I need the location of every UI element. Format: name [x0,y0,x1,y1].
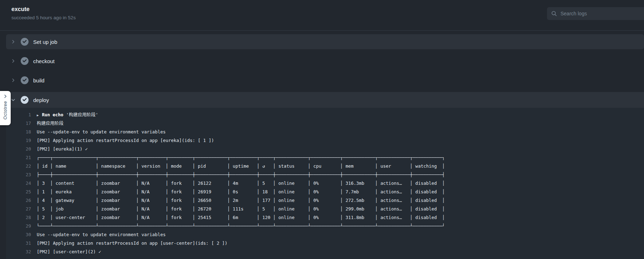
chevron-down-icon[interactable] [10,97,16,103]
log-line-number[interactable]: 27 [6,205,31,213]
step-build[interactable]: build [6,73,644,88]
log-line-text: ├────┼────────────────┼──────────────┼──… [37,171,445,179]
step-checkout[interactable]: checkout [6,54,644,68]
log-line: 1▶Run echo '构建应用阶段' [6,111,644,119]
log-line-text: Use --update-env to update environment v… [37,230,166,239]
search-icon [551,11,557,16]
step-label: checkout [33,58,55,64]
log-line-text: │ 1 │ eureka │ zoombar │ N/A │ fork │ 26… [37,188,445,196]
log-line-number[interactable]: 19 [6,136,31,145]
check-circle-icon [21,96,29,104]
log-line: 26│ 4 │ gateway │ zoombar │ N/A │ fork │… [6,196,644,205]
log-line: 22│ id │ name │ namespace │ version │ mo… [6,162,644,171]
step-label: Set up job [33,39,57,45]
log-line: 28│ 2 │ user-center │ zoombar │ N/A │ fo… [6,213,644,222]
log-line-number[interactable]: 20 [6,145,31,153]
step-label: build [33,77,45,83]
log-line-text: [PM2] [eureka](1) ✓ [37,145,88,153]
octotree-tab[interactable]: Octotree [0,91,11,125]
search-logs-box[interactable] [547,7,644,20]
log-line-text: 构建应用阶段 [37,119,64,128]
steps-list: Set up job checkout build [0,31,644,259]
log-line-number[interactable]: 23 [6,171,31,179]
step-set-up-job[interactable]: Set up job [6,34,644,49]
log-line-number[interactable]: 32 [6,248,31,256]
log-line-text: [PM2] Applying action restartProcessId o… [37,239,227,248]
log-line-text: │ 4 │ gateway │ zoombar │ N/A │ fork │ 2… [37,196,445,205]
check-circle-icon [21,38,29,46]
check-circle-icon [21,76,29,84]
log-viewer: 1▶Run echo '构建应用阶段'17构建应用阶段18Use --updat… [6,108,644,259]
run-title: excute [11,6,633,12]
log-line: 17构建应用阶段 [6,119,644,128]
log-line: 25│ 1 │ eureka │ zoombar │ N/A │ fork │ … [6,188,644,196]
log-line-text: │ 3 │ content │ zoombar │ N/A │ fork │ 2… [37,179,445,188]
chevron-right-icon[interactable] [10,39,16,45]
log-line-text: └────┴────────────────┴──────────────┴──… [37,222,445,230]
log-line-number[interactable]: 22 [6,162,31,171]
chevron-right-icon[interactable] [3,94,7,98]
log-line: 23├────┼────────────────┼──────────────┼… [6,171,644,179]
log-line-number[interactable]: 31 [6,239,31,248]
log-line: 20[PM2] [eureka](1) ✓ [6,145,644,153]
log-line: 30Use --update-env to update environment… [6,230,644,239]
log-line-number[interactable]: 24 [6,179,31,188]
step-label: deploy [33,97,49,103]
run-status-text: succeeded 5 hours ago in 52s [11,15,633,20]
chevron-right-icon[interactable] [10,58,16,64]
log-lines: 1▶Run echo '构建应用阶段'17构建应用阶段18Use --updat… [6,111,644,256]
log-line: 27│ 5 │ job │ zoombar │ N/A │ fork │ 267… [6,205,644,213]
log-line: 29└────┴────────────────┴──────────────┴… [6,222,644,230]
log-line-number[interactable]: 26 [6,196,31,205]
log-line-number[interactable]: 25 [6,188,31,196]
log-line: 32[PM2] [user-center](2) ✓ [6,248,644,256]
log-line-text: ┌────┬────────────────┬──────────────┬──… [37,153,445,162]
run-header: excute succeeded 5 hours ago in 52s [0,0,644,31]
log-line-text: ▶Run echo '构建应用阶段' [37,111,98,119]
log-line: 19[PM2] Applying action restartProcessId… [6,136,644,145]
chevron-right-icon[interactable] [10,77,16,83]
log-line-text: │ id │ name │ namespace │ version │ mode… [37,162,445,171]
octotree-label: Octotree [3,101,8,120]
log-line-text: │ 2 │ user-center │ zoombar │ N/A │ fork… [37,213,445,222]
search-logs-input[interactable] [561,11,644,16]
log-line-text: [PM2] Applying action restartProcessId o… [37,136,214,145]
log-line: 21┌────┬────────────────┬──────────────┬… [6,153,644,162]
log-line-number[interactable]: 21 [6,153,31,162]
log-line: 24│ 3 │ content │ zoombar │ N/A │ fork │… [6,179,644,188]
expand-group-icon[interactable]: ▶ [37,113,39,117]
step-deploy[interactable]: deploy [6,92,644,108]
log-line: 31[PM2] Applying action restartProcessId… [6,239,644,248]
log-line-text: │ 5 │ job │ zoombar │ N/A │ fork │ 26720… [37,205,445,213]
check-circle-icon [21,57,29,65]
log-line-number[interactable]: 18 [6,128,31,136]
log-line-number[interactable]: 29 [6,222,31,230]
log-line-text: Use --update-env to update environment v… [37,128,166,136]
log-line-number[interactable]: 28 [6,213,31,222]
log-line-text: [PM2] [user-center](2) ✓ [37,248,101,256]
log-line: 18Use --update-env to update environment… [6,128,644,136]
log-line-number[interactable]: 30 [6,230,31,239]
